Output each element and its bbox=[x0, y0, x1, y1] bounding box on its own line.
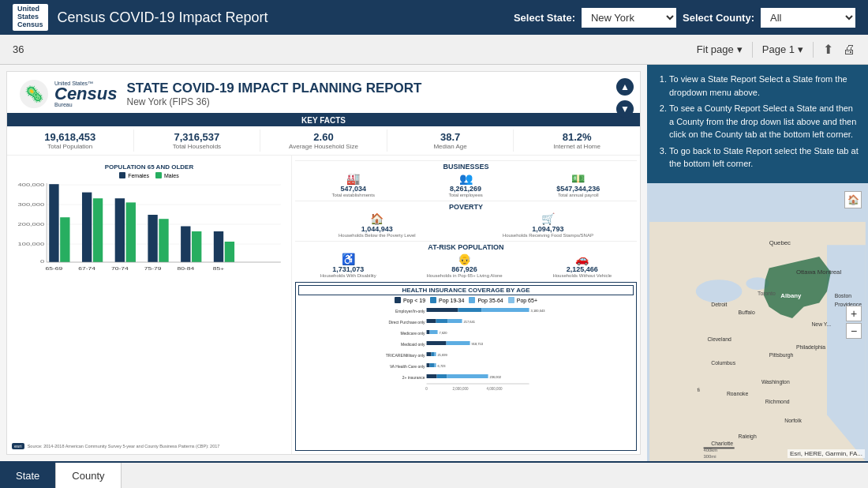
share-icon[interactable]: ⬆ bbox=[823, 42, 833, 57]
pop-65plus-label: Pop 65+ bbox=[517, 298, 537, 303]
scroll-down-button[interactable]: ▼ bbox=[616, 100, 634, 118]
svg-rect-20 bbox=[214, 231, 223, 262]
svg-text:VA Health Care only: VA Health Care only bbox=[390, 364, 425, 369]
report-left-column: POPULATION 65 AND OLDER Females Males bbox=[7, 156, 292, 454]
svg-text:Medicare only: Medicare only bbox=[400, 331, 425, 336]
svg-rect-32 bbox=[458, 308, 481, 312]
key-fact-households: 7,316,537 Total Households bbox=[134, 130, 261, 152]
stat-elderly-alone: 👴 867,926 Households in Pop 65+ Living A… bbox=[426, 253, 502, 278]
svg-text:85+: 85+ bbox=[213, 266, 224, 271]
report-panel: 🦠 United States™ Census Bureau STATE COV… bbox=[0, 65, 647, 461]
population-legend: Females Males bbox=[12, 172, 286, 178]
report-body: POPULATION 65 AND OLDER Females Males bbox=[7, 156, 640, 454]
svg-text:67-74: 67-74 bbox=[78, 266, 95, 271]
select-county-dropdown[interactable]: All bbox=[761, 8, 855, 28]
census-word: Census bbox=[54, 86, 117, 102]
house-poverty-icon: 🏠 bbox=[339, 212, 416, 225]
census-logo-area: United States™ Census Bureau bbox=[54, 81, 117, 107]
scroll-up-button[interactable]: ▲ bbox=[616, 78, 634, 96]
svg-rect-50 bbox=[431, 352, 434, 356]
svg-point-68 bbox=[696, 280, 743, 302]
medage-value: 38.7 bbox=[391, 131, 511, 143]
svg-text:Toronto: Toronto bbox=[758, 291, 776, 296]
pop-under19-color bbox=[395, 297, 401, 303]
source-area: esri Source: 2014-2018 American Communit… bbox=[12, 443, 286, 449]
map-zoom-controls: + − bbox=[846, 306, 862, 339]
svg-text:Charlotte: Charlotte bbox=[711, 441, 733, 446]
internet-value: 81.2% bbox=[517, 131, 637, 143]
svg-text:0: 0 bbox=[425, 387, 428, 391]
svg-text:200,000: 200,000 bbox=[18, 222, 45, 227]
no-vehicle-value: 2,125,466 bbox=[552, 265, 612, 273]
fit-page-button[interactable]: Fit page ▾ bbox=[697, 43, 743, 55]
instruction-3: To go back to State Report select the St… bbox=[669, 145, 859, 171]
employees-label: Total employees bbox=[448, 193, 482, 197]
establishments-value: 547,034 bbox=[332, 185, 375, 193]
svg-rect-21 bbox=[225, 242, 234, 262]
svg-text:70-74: 70-74 bbox=[111, 266, 129, 271]
legend-pop-35-64: Pop 35-64 bbox=[469, 297, 503, 303]
tab-county[interactable]: County bbox=[56, 463, 121, 488]
svg-text:Quebec: Quebec bbox=[769, 239, 791, 246]
page-selector-button[interactable]: Page 1 ▾ bbox=[762, 43, 803, 55]
select-state-dropdown[interactable]: New York California Texas bbox=[582, 8, 676, 28]
households-label: Total Households bbox=[137, 143, 257, 150]
report-main-title: STATE COVID-19 IMPACT PLANNING REPORT bbox=[126, 81, 627, 96]
elderly-alone-value: 867,926 bbox=[426, 265, 502, 273]
svg-text:Columbus: Columbus bbox=[711, 360, 735, 366]
svg-text:Pittsburgh: Pittsburgh bbox=[769, 352, 794, 358]
svg-rect-13 bbox=[93, 198, 103, 262]
svg-rect-45 bbox=[426, 341, 446, 345]
svg-text:100,000: 100,000 bbox=[18, 242, 45, 247]
svg-text:TRICARE/Military only: TRICARE/Military only bbox=[386, 353, 425, 358]
svg-text:65-69: 65-69 bbox=[46, 266, 63, 271]
svg-rect-36 bbox=[426, 319, 436, 323]
svg-text:Norfolk: Norfolk bbox=[784, 418, 802, 423]
svg-text:75-79: 75-79 bbox=[144, 266, 162, 271]
page-label: Page 1 bbox=[762, 43, 795, 55]
legend-males: Males bbox=[155, 172, 179, 178]
fit-page-label: Fit page bbox=[697, 43, 734, 55]
atrisk-stats: ♿ 1,731,073 Households With Disability 👴… bbox=[295, 253, 637, 278]
svg-rect-17 bbox=[159, 219, 168, 262]
key-fact-avgsize: 2.60 Average Household Size bbox=[260, 130, 387, 152]
employees-value: 8,261,269 bbox=[448, 185, 482, 193]
svg-rect-60 bbox=[436, 374, 447, 378]
print-icon[interactable]: 🖨 bbox=[843, 43, 855, 57]
svg-text:3,100,043: 3,100,043 bbox=[530, 309, 545, 313]
map-svg: Albany Buffalo Detroit Cleveland Columbu… bbox=[647, 183, 868, 461]
svg-text:Raleigh: Raleigh bbox=[739, 434, 757, 440]
poverty-households-label: Households Below the Poverty Level bbox=[339, 233, 416, 238]
car-icon: 🚗 bbox=[552, 253, 612, 265]
map-home-button[interactable]: 🏠 bbox=[844, 191, 862, 208]
establishments-label: Total establishments bbox=[332, 193, 375, 197]
avgsize-value: 2.60 bbox=[264, 131, 383, 143]
zoom-in-button[interactable]: + bbox=[846, 306, 862, 321]
svg-rect-55 bbox=[429, 363, 434, 367]
svg-rect-14 bbox=[115, 198, 125, 262]
stat-disability: ♿ 1,731,073 Households With Disability bbox=[320, 253, 376, 278]
population-chart: 400,000 300,000 200,000 100,000 0 bbox=[12, 180, 286, 441]
svg-rect-19 bbox=[192, 231, 201, 262]
svg-text:Ottawa Montreal: Ottawa Montreal bbox=[796, 268, 842, 276]
census-bureau: Bureau bbox=[54, 102, 73, 107]
svg-text:Medicaid only: Medicaid only bbox=[401, 342, 425, 347]
zoom-out-button[interactable]: − bbox=[846, 323, 862, 339]
males-color bbox=[155, 172, 162, 178]
males-label: Males bbox=[164, 173, 179, 178]
svg-text:Richmond: Richmond bbox=[765, 399, 790, 404]
health-title: HEALTH INSURANCE COVERAGE BY AGE bbox=[298, 285, 634, 295]
population-label: Total Population bbox=[10, 143, 130, 150]
svg-text:236,002: 236,002 bbox=[489, 375, 501, 379]
app-title: Census COVID-19 Impact Report bbox=[58, 9, 514, 26]
svg-text:300mi: 300mi bbox=[704, 454, 716, 459]
svg-text:300,000: 300,000 bbox=[18, 202, 45, 208]
businesses-title: BUSINESSES bbox=[295, 160, 637, 171]
health-legend: Pop < 19 Pop 19-34 Pop 35-64 bbox=[298, 297, 634, 303]
svg-text:Boston: Boston bbox=[835, 293, 851, 298]
svg-rect-15 bbox=[126, 202, 136, 262]
svg-rect-59 bbox=[426, 374, 436, 378]
tab-state[interactable]: State bbox=[0, 463, 56, 488]
pop-65plus-color bbox=[508, 297, 514, 303]
report-card: 🦠 United States™ Census Bureau STATE COV… bbox=[6, 71, 641, 455]
